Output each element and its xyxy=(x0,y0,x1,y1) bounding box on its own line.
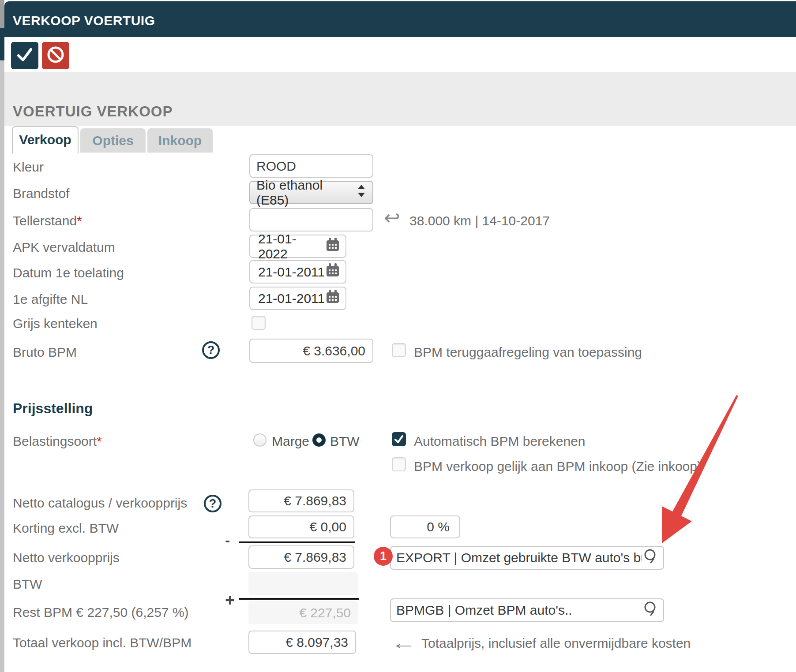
kleur-input[interactable] xyxy=(249,154,373,178)
afgifte-date-input[interactable]: 21-01-2011 xyxy=(249,287,346,310)
tellerstand-label: Tellerstand* xyxy=(13,213,82,228)
korting-label: Korting excl. BTW xyxy=(13,521,119,536)
check-icon xyxy=(394,434,404,444)
netto-catalogus-input[interactable] xyxy=(248,489,354,512)
totaal-label: Totaal verkoop incl. BTW/BPM xyxy=(13,635,191,650)
bpm-teruggaaf-label: BPM teruggaafregeling van toepassing xyxy=(414,345,642,360)
grijs-kenteken-label: Grijs kenteken xyxy=(13,316,98,331)
bpm-grootboek-field[interactable]: BPMGB | Omzet BPM auto's.. xyxy=(390,598,664,622)
totaal-input[interactable] xyxy=(248,631,356,654)
calendar-icon[interactable] xyxy=(325,237,340,255)
radio-marge-label: Marge xyxy=(272,434,309,449)
annotation-badge: 1 xyxy=(374,547,393,566)
verkoop-grootboek-field[interactable]: EXPORT | Omzet gebruikte BTW auto's buit… xyxy=(390,546,664,570)
rest-bpm-value: € 227,50 xyxy=(299,605,351,620)
select-arrows-icon xyxy=(357,183,366,202)
verkoop-grootboek-value: EXPORT | Omzet gebruikte BTW auto's buit… xyxy=(396,550,642,565)
minus-sign: - xyxy=(225,532,230,549)
previous-reading-icon: ↩ xyxy=(384,209,400,227)
radio-marge[interactable] xyxy=(253,433,267,447)
netto-verkoopprijs-input[interactable] xyxy=(248,545,354,569)
check-icon xyxy=(16,46,34,65)
cancel-icon xyxy=(46,45,65,66)
bpm-gelijk-label: BPM verkoop gelijk aan BPM inkoop (Zie i… xyxy=(414,459,702,474)
korting-input[interactable] xyxy=(248,515,354,538)
total-line xyxy=(239,598,359,600)
toelating-date-value: 21-01-2011 xyxy=(258,265,325,280)
modal-title: VERKOOP VOERTUIG xyxy=(13,13,155,28)
tab-opties[interactable]: Opties xyxy=(80,128,146,153)
belastingsoort-label: Belastingsoort* xyxy=(13,434,102,449)
korting-percent-input[interactable] xyxy=(390,515,460,538)
apk-date-input[interactable]: 21-01-2022 xyxy=(249,235,346,258)
rest-bpm-label: Rest BPM € 227,50 (6,257 %) xyxy=(13,605,189,620)
toelating-label: Datum 1e toelating xyxy=(13,265,124,280)
apk-label: APK vervaldatum xyxy=(13,240,115,255)
auto-bpm-checkbox[interactable] xyxy=(392,432,406,446)
subtotal-line xyxy=(239,541,355,543)
tab-inkoop[interactable]: Inkoop xyxy=(147,128,213,153)
background-edge-header xyxy=(0,28,4,60)
afgifte-date-value: 21-01-2011 xyxy=(258,291,325,306)
grijs-kenteken-checkbox[interactable] xyxy=(252,316,266,330)
radio-btw-label: BTW xyxy=(330,434,360,449)
calendar-icon[interactable] xyxy=(325,263,340,281)
bpm-teruggaaf-checkbox[interactable] xyxy=(392,343,406,357)
tellerstand-input[interactable] xyxy=(249,208,373,231)
btw-disabled-field xyxy=(248,572,358,595)
help-icon[interactable]: ? xyxy=(202,341,220,359)
kleur-label: Kleur xyxy=(13,160,44,175)
plus-sign: + xyxy=(225,591,235,610)
calendar-icon[interactable] xyxy=(325,289,340,307)
verkoop-voertuig-modal: VERKOOP VOERTUIG VERKOOP VOERTUIG VERKOO… xyxy=(0,0,796,672)
afgifte-label: 1e afgifte NL xyxy=(13,292,88,307)
brandstof-value: Bio ethanol (E85) xyxy=(256,178,357,208)
auto-bpm-label: Automatisch BPM berekenen xyxy=(414,434,586,449)
search-icon[interactable] xyxy=(642,600,660,621)
page-title: VOERTUIG VERKOOP xyxy=(13,103,173,120)
cancel-button[interactable] xyxy=(42,42,69,69)
pricing-heading: Prijsstelling xyxy=(13,400,93,417)
background-edge-body xyxy=(0,60,4,672)
apk-date-value: 21-01-2022 xyxy=(258,231,325,261)
radio-btw[interactable] xyxy=(312,433,326,447)
netto-verkoopprijs-label: Netto verkoopprijs xyxy=(13,550,120,565)
btw-label: BTW xyxy=(13,577,42,592)
bruto-bpm-label: Bruto BPM xyxy=(13,345,77,360)
save-button[interactable] xyxy=(11,42,38,69)
totaal-note: Totaalprijs, inclusief alle onvermijdbar… xyxy=(421,636,691,651)
bpm-grootboek-value: BPMGB | Omzet BPM auto's.. xyxy=(396,603,642,618)
bpm-gelijk-checkbox[interactable] xyxy=(392,457,406,471)
brandstof-select[interactable]: Bio ethanol (E85) xyxy=(249,181,373,204)
tab-verkoop[interactable]: Verkoop xyxy=(12,126,79,153)
help-icon[interactable]: ? xyxy=(204,495,222,512)
tellerstand-hint: 38.000 km | 14-10-2017 xyxy=(409,213,550,228)
netto-catalogus-label: Netto catalogus / verkoopprijs xyxy=(13,496,187,511)
search-icon[interactable] xyxy=(642,548,660,568)
brandstof-label: Brandstof xyxy=(13,186,69,201)
bruto-bpm-input[interactable] xyxy=(249,339,373,363)
toelating-date-input[interactable]: 21-01-2011 xyxy=(249,260,346,284)
rest-bpm-disabled-field: € 227,50 xyxy=(248,601,358,624)
left-arrow-icon: ← xyxy=(391,634,417,653)
